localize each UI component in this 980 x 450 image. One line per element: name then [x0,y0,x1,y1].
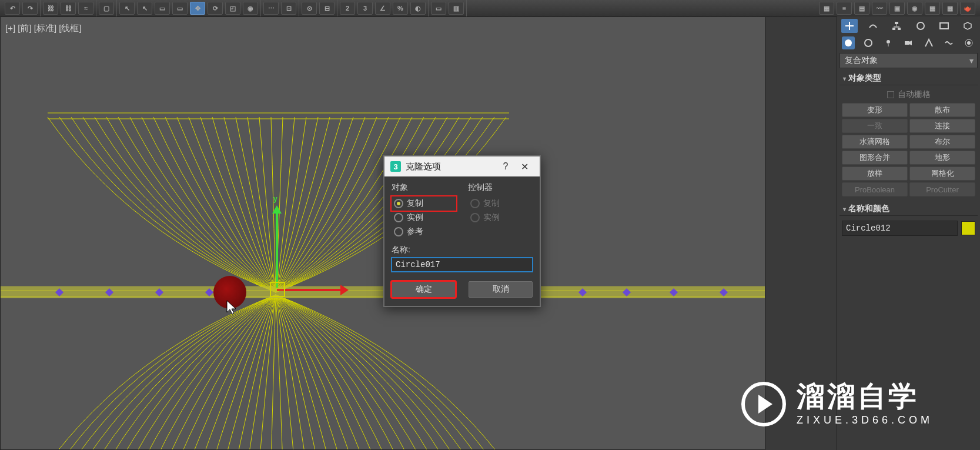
controller-section-label: 控制器 [468,182,533,193]
cat-systems[interactable] [962,36,975,49]
caret-icon: ▾ [843,206,846,212]
tool-named-sel[interactable]: ▭ [431,2,446,15]
cat-spacewarps[interactable] [942,36,955,49]
tool-select[interactable]: ▢ [99,2,114,15]
object-section-label: 对象 [392,182,456,193]
command-tabs [839,19,978,33]
btn-terrain[interactable]: 地形 [909,151,975,165]
close-button[interactable]: ✕ [515,159,534,174]
tool-material[interactable]: ◉ [907,2,922,15]
cursor-arrow-icon [226,299,238,315]
watermark-url: ZIXUE.3D66.COM [797,414,933,426]
tool-ribbon[interactable]: ▤ [854,2,869,15]
rollout-header[interactable]: ▾ 对象类型 [839,72,978,85]
tool-mirror[interactable]: ▥ [449,2,464,15]
tool-placement[interactable]: ◉ [243,2,258,15]
tab-create[interactable] [841,19,858,33]
caret-icon: ▾ [843,75,846,82]
tab-motion[interactable] [912,19,929,33]
snap-spinner[interactable]: ◐ [410,2,426,15]
btn-mesher[interactable]: 网格化 [909,166,975,181]
clone-options-dialog: 3 克隆选项 ? ✕ 对象 复制 实例 参考 [383,155,541,307]
snap-angle[interactable]: ∠ [375,2,390,15]
rollout-header[interactable]: ▾ 名称和颜色 [839,202,978,216]
tab-utilities[interactable] [959,19,976,33]
dialog-title: 克隆选项 [406,161,496,172]
ok-button[interactable]: 确定 [392,281,456,298]
cat-lights[interactable] [882,36,895,49]
autogrid-checkbox[interactable]: 自动栅格 [841,88,976,102]
tool-align[interactable]: ▦ [819,2,834,15]
btn-conform[interactable]: 一致 [842,119,908,133]
svg-rect-18 [905,41,909,45]
rollout-object-type: ▾ 对象类型 自动栅格 变形 散布 一致 连接 水滴网格 布尔 图形合并 地形 … [839,72,978,200]
tool-unlink[interactable]: ⛓ [61,2,76,15]
name-input[interactable] [392,258,533,272]
btn-boolean[interactable]: 布尔 [909,135,975,149]
tool-redo[interactable]: ↷ [22,2,38,15]
btn-procutter[interactable]: ProCutter [909,182,975,196]
btn-proboolean[interactable]: ProBoolean [842,182,908,196]
rollout-name-color: ▾ 名称和颜色 [839,202,978,241]
svg-rect-6 [895,22,898,24]
radio-instance[interactable]: 实例 [392,211,456,225]
tab-modify[interactable] [865,19,881,33]
btn-morph[interactable]: 变形 [842,103,908,117]
snap-3d[interactable]: 3 [357,2,373,15]
tool-key[interactable]: ⊟ [319,2,335,15]
tool-layers[interactable]: ≡ [837,2,852,15]
tool-pivot[interactable]: ⊡ [281,2,296,15]
tool-render-frame[interactable]: ▦ [942,2,958,15]
tool-scale[interactable]: ◰ [225,2,240,15]
ctrl-radio-copy: 复制 [468,196,533,211]
svg-point-15 [865,39,872,46]
tool-rect[interactable]: ▭ [155,2,170,15]
btn-shapemerge[interactable]: 图形合并 [842,151,908,165]
cancel-button[interactable]: 取消 [469,281,533,298]
tool-window[interactable]: ▭ [172,2,188,15]
cat-helpers[interactable] [922,36,935,49]
svg-point-12 [917,22,924,29]
cat-shapes[interactable] [862,36,875,49]
object-name-input[interactable] [842,221,958,236]
help-button[interactable]: ? [496,159,515,174]
radio-reference[interactable]: 参考 [392,225,456,239]
svg-rect-13 [940,23,948,29]
btn-connect[interactable]: 连接 [909,119,975,133]
checkbox-icon [887,91,894,98]
tool-manip[interactable]: ⊙ [302,2,317,15]
object-color-swatch[interactable] [961,221,975,235]
tool-render-setup[interactable]: ▦ [925,2,940,15]
radio-copy[interactable]: 复制 [390,195,457,212]
tool-by-name[interactable]: ↖ [137,2,152,15]
watermark-title: 溜溜自学 [797,382,933,411]
tool-link[interactable]: ⛓ [43,2,58,15]
subcategory-dropdown[interactable]: 复合对象 [839,53,978,68]
svg-point-19 [967,41,971,45]
svg-point-16 [887,40,890,44]
viewport-front[interactable]: [+] [前] [标准] [线框] [0,16,765,450]
tab-display[interactable] [936,19,952,33]
cat-geometry[interactable] [842,36,855,49]
category-row [839,36,978,49]
tool-bind[interactable]: ≈ [78,2,93,15]
tool-render[interactable]: 🫖 [960,2,975,15]
btn-loft[interactable]: 放样 [842,166,908,181]
app-icon: 3 [390,161,401,172]
tool-schematic[interactable]: ▣ [889,2,905,15]
snap-2d[interactable]: 2 [340,2,355,15]
btn-scatter[interactable]: 散布 [909,103,975,117]
btn-blobmesh[interactable]: 水滴网格 [842,135,908,149]
tool-rotate[interactable]: ⟳ [208,2,223,15]
cat-cameras[interactable] [902,36,915,49]
tool-move[interactable]: ✥ [190,2,205,15]
tool-ref-coord[interactable]: ⋯ [263,2,279,15]
snap-percent[interactable]: % [393,2,408,15]
radio-icon [394,227,403,236]
tool-curve[interactable]: 〰 [872,2,887,15]
svg-rect-7 [892,28,895,30]
tool-undo[interactable]: ↶ [5,2,20,15]
tab-hierarchy[interactable] [888,19,905,33]
tool-cursor[interactable]: ↖ [119,2,135,15]
dialog-titlebar[interactable]: 3 克隆选项 ? ✕ [384,156,540,176]
